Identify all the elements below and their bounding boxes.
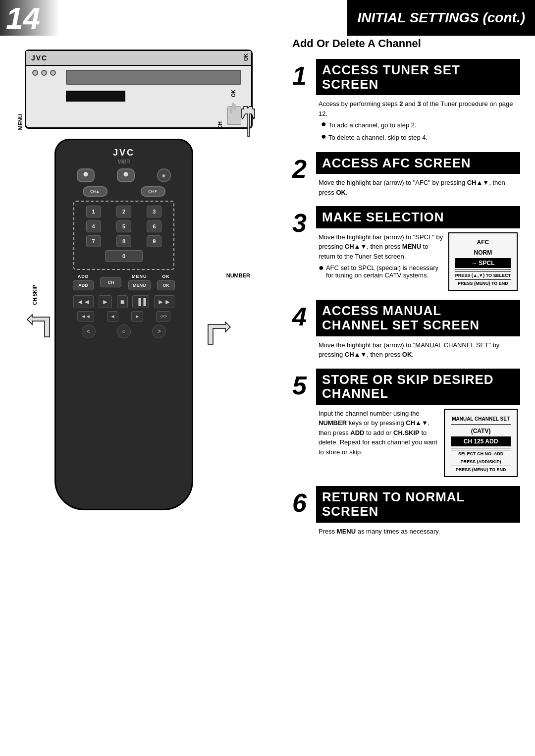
step-5-header: STORE OR SKIP DESIRED CHANNEL (316, 369, 520, 405)
header-title-box: INITIAL SETTINGS (cont.) (347, 0, 535, 36)
step-1-wrapper: 1 ACCESS TUNER SET SCREEN Access by perf… (292, 59, 520, 147)
step-2-body: Move the highlight bar (arrow) to "AFC" … (316, 178, 520, 201)
step-3-number: 3 (292, 210, 316, 236)
screen5-caption1: SELECT CH NO. ADD (451, 450, 511, 456)
screen-caption1: PRESS (▲,▼) TO SELECT (455, 271, 511, 278)
hand-pointing-vcr (233, 104, 263, 141)
ok-label: OK (162, 274, 170, 279)
numpad-7[interactable]: 7 (86, 235, 101, 247)
transport-ff[interactable]: ►► (154, 295, 175, 308)
right-panel: Add Or Delete A Channel 1 ACCESS TUNER S… (292, 37, 520, 545)
step-4-heading: ACCESS MANUAL CHANNEL SET SCREEN (322, 304, 514, 332)
step-4-wrapper: 4 ACCESS MANUAL CHANNEL SET SCREEN Move … (292, 300, 520, 363)
numpad-2[interactable]: 2 (116, 206, 131, 217)
transport-rw[interactable]: ◄◄ (73, 295, 94, 308)
step-6-number: 6 (292, 490, 316, 516)
numpad-8[interactable]: 8 (116, 235, 131, 247)
transport-stop[interactable]: ■ (117, 295, 128, 308)
ch-btn[interactable]: CH (100, 277, 121, 287)
step-6-heading: RETURN TO NORMAL SCREEN (322, 490, 514, 518)
step-5-heading: STORE OR SKIP DESIRED CHANNEL (322, 373, 514, 401)
numpad-9[interactable]: 9 (147, 235, 161, 247)
remote-brand: JVC (66, 148, 182, 158)
screen5-caption2: PRESS (ADD/SKIP) (451, 458, 511, 464)
remote-extra-3[interactable]: ► (131, 311, 143, 322)
vcr-ok-label: OK (231, 90, 236, 97)
step-2-number: 2 (292, 156, 316, 182)
step-2-header: ACCESS AFC SCREEN (316, 152, 520, 174)
remote-extra-7[interactable]: > (152, 324, 166, 338)
menu-btn[interactable]: MENU (128, 280, 151, 290)
step-6-header: RETURN TO NORMAL SCREEN (316, 486, 520, 522)
step-3-body: Move the highlight bar (arrow) to "SPCL"… (316, 232, 520, 295)
step-3-heading: MAKE SELECTION (322, 210, 514, 224)
step-4-content: ACCESS MANUAL CHANNEL SET SCREEN Move th… (316, 300, 520, 363)
ok-btn[interactable]: OK (157, 280, 175, 290)
step-1-content: ACCESS TUNER SET SCREEN Access by perfor… (316, 59, 520, 147)
numpad-3[interactable]: 3 (147, 206, 161, 217)
vcr-top-bar: JVC (26, 51, 251, 66)
remote-btn-1[interactable]: ⬤ (77, 168, 95, 182)
page-header: 14 INITIAL SETTINGS (cont.) (0, 0, 535, 36)
transport-play[interactable]: ► (99, 295, 112, 308)
step-3-wrapper: 3 MAKE SELECTION Move the highlight bar … (292, 206, 520, 295)
transport-pause[interactable]: ▐▐ (132, 295, 149, 308)
step-4-text: Move the highlight bar (arrow) to "MANUA… (319, 340, 518, 360)
remote-btn-ch[interactable]: CH▲ (83, 186, 107, 197)
numpad-1[interactable]: 1 (86, 206, 101, 217)
step-4-header: ACCESS MANUAL CHANNEL SET SCREEN (316, 300, 520, 336)
step-4-body: Move the highlight bar (arrow) to "MANUA… (316, 340, 520, 364)
remote-extra-1[interactable]: ◄◄ (77, 311, 94, 322)
numpad-5[interactable]: 5 (116, 220, 131, 232)
left-panel: JVC OK OK (15, 40, 272, 741)
remote-body: JVC MIBR ⬤ ⬤ ◉ CH▲ CH▼ 1 2 (54, 139, 193, 510)
screen5-line3: CH 125 ADD (451, 436, 511, 447)
step-4-number: 4 (292, 304, 316, 329)
numpad-0[interactable]: 0 (105, 250, 143, 262)
screen5-line1: MANUAL CHANNEL SET (451, 415, 511, 423)
step-3-screen: AFC NORM → SPCL PRESS (▲,▼) TO SELECT PR… (448, 232, 518, 291)
remote-extra-6[interactable]: ○ (117, 324, 131, 338)
step-3-note: ● AFC set to SPCL (special) is necessary… (319, 264, 443, 279)
remote-extra-5[interactable]: < (82, 324, 96, 338)
ok-vertical-label: OK (243, 54, 249, 61)
remote-btn-3[interactable]: ◉ (157, 168, 171, 182)
numpad-area: 1 2 3 4 5 6 7 8 9 0 (73, 201, 174, 270)
ch-skip-label: CH.SKIP (32, 285, 38, 305)
section-title: Add Or Delete A Channel (292, 37, 520, 52)
step-1-header: ACCESS TUNER SET SCREEN (316, 59, 520, 95)
step-2-heading: ACCESS AFC SCREEN (322, 156, 514, 170)
page-number: 14 (6, 0, 40, 36)
step-1-heading: ACCESS TUNER SET SCREEN (322, 63, 514, 91)
menu-label: MENU (132, 274, 147, 279)
step-5-screen: MANUAL CHANNEL SET (CATV) CH 125 ADD SEL… (444, 409, 518, 478)
screen5-caption3: PRESS (MENU) TO END (451, 466, 511, 472)
remote-model: MIBR (66, 159, 182, 164)
menu-label-vcr: MENU (17, 114, 23, 130)
page-number-box: 14 (0, 0, 59, 36)
step-5-body: Input the channel number using the NUMBE… (316, 409, 520, 482)
hand-pointing-remote-left (25, 307, 52, 341)
step-1-number: 1 (292, 63, 316, 89)
screen-afc: AFC (455, 237, 511, 248)
numpad-6[interactable]: 6 (147, 220, 161, 232)
hand-pointing-remote-right (206, 315, 233, 349)
step-2-wrapper: 2 ACCESS AFC SCREEN Move the highlight b… (292, 152, 520, 202)
screen-norm: NORM (455, 248, 511, 258)
step-3-header: MAKE SELECTION (316, 206, 520, 228)
step-6-text: Press MENU as many times as necessary. (319, 527, 518, 537)
add-btn[interactable]: ADD (73, 280, 94, 290)
remote-extra-4[interactable]: ->> (156, 311, 170, 322)
step-5-number: 5 (292, 373, 316, 398)
remote-btn-vol[interactable]: CH▼ (141, 186, 165, 197)
remote-btn-2[interactable]: ⬤ (117, 168, 135, 182)
remote-extra-2[interactable]: ◄ (107, 311, 119, 322)
step-1-text: Access by performing steps 2 and 3 of th… (319, 99, 518, 118)
screen5-line2: (CATV) (451, 426, 511, 436)
step-6-body: Press MENU as many times as necessary. (316, 527, 520, 540)
step-5-text: Input the channel number using the NUMBE… (319, 409, 439, 457)
step-3-text: Move the highlight bar (arrow) to "SPCL"… (319, 232, 443, 262)
ch-label-vcr: CH (217, 121, 223, 129)
step-1-body: Access by performing steps 2 and 3 of th… (316, 99, 520, 147)
numpad-4[interactable]: 4 (86, 220, 101, 232)
